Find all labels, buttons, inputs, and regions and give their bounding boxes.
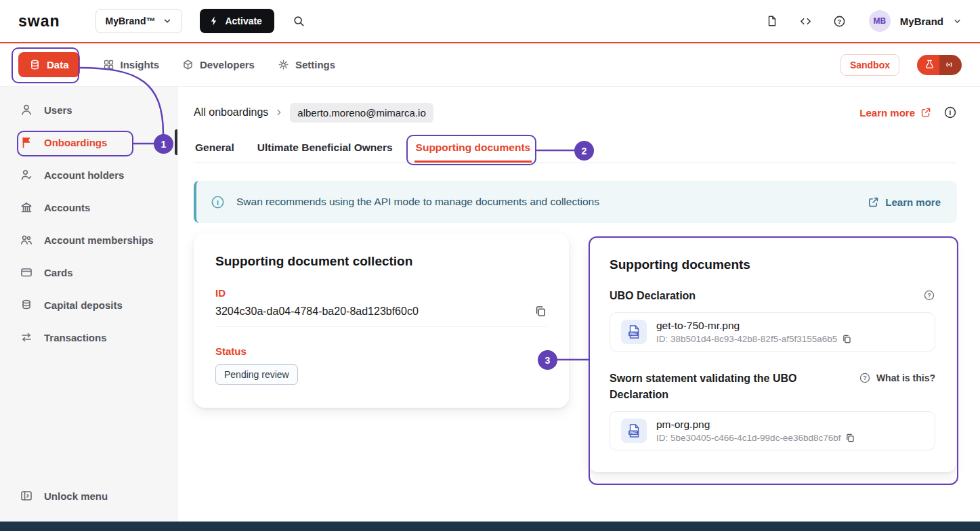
search-icon[interactable]: [289, 11, 310, 31]
help-icon[interactable]: ?: [830, 11, 850, 31]
nav-settings[interactable]: Settings: [278, 59, 335, 70]
sidebar-unlock-menu[interactable]: Unlock menu: [0, 480, 177, 512]
svg-text:?: ?: [863, 375, 866, 381]
activate-button[interactable]: Activate: [200, 9, 274, 33]
collection-id-value: 3204c30a-da04-4784-ba20-8ad123bf60c0: [215, 305, 419, 318]
nav-developers[interactable]: Developers: [182, 59, 255, 70]
svg-text:i: i: [217, 198, 219, 206]
sidebar: Users Onboardings Account holders Accoun…: [0, 87, 177, 522]
info-icon[interactable]: i: [943, 106, 957, 119]
nav-insights[interactable]: Insights: [103, 59, 160, 70]
annotation-step-3: 3: [538, 350, 557, 370]
file-id: ID: 38b501d4-8c93-42b8-82f5-af5f3155a6b5: [656, 334, 837, 344]
id-label: ID: [215, 287, 547, 299]
supporting-document-collection-card: Supporting document collection ID 3204c3…: [194, 234, 569, 408]
main-navbar: Data Insights Developers Settings Sandbo…: [0, 43, 980, 87]
cards-row: Supporting document collection ID 3204c3…: [194, 234, 957, 472]
png-file-icon: PNG: [621, 419, 647, 443]
account-name: MyBrand: [900, 16, 943, 27]
bolt-icon: [209, 16, 219, 26]
svg-text:?: ?: [927, 292, 931, 299]
banner-learn-more-label: Learn more: [885, 196, 941, 208]
chevron-down-icon[interactable]: [953, 17, 962, 26]
file-meta: get-to-750-mr.png ID: 38b501d4-8c93-42b8…: [656, 320, 852, 344]
external-link-icon: [868, 196, 879, 208]
sidebar-item-capital-deposits[interactable]: Capital deposits: [0, 289, 177, 321]
swan-logo: swan: [18, 12, 60, 30]
copy-icon[interactable]: [845, 433, 855, 443]
banner-learn-more-link[interactable]: Learn more: [868, 196, 941, 208]
content-area: Users Onboardings Account holders Accoun…: [0, 87, 980, 522]
sidebar-item-onboardings[interactable]: Onboardings: [0, 126, 177, 158]
sidebar-item-label: Account memberships: [44, 234, 154, 246]
sidebar-item-label: Cards: [44, 267, 73, 278]
file-name: pm-org.png: [656, 419, 855, 431]
nav-settings-label: Settings: [295, 59, 335, 70]
sidebar-item-label: Transactions: [44, 332, 107, 343]
help-icon[interactable]: ?: [923, 289, 935, 301]
svg-text:PNG: PNG: [630, 332, 637, 336]
sidebar-spacer: [0, 354, 177, 480]
help-icon: ?: [859, 372, 871, 384]
supporting-documents-card: Supporting documents UBO Declaration ? P…: [589, 239, 956, 472]
package-icon: [182, 59, 194, 70]
nav-insights-label: Insights: [121, 59, 160, 70]
sidebar-item-label: Account holders: [44, 169, 124, 181]
chevron-down-icon: [163, 16, 172, 26]
sidebar-item-label: Capital deposits: [44, 299, 123, 311]
nav-developers-label: Developers: [200, 59, 255, 70]
file-row[interactable]: PNG get-to-750-mr.png ID: 38b501d4-8c93-…: [610, 312, 935, 352]
card-title: Supporting documents: [610, 257, 935, 272]
nav-data-button[interactable]: Data: [18, 52, 80, 77]
api-recommendation-banner: i Swan recommends using the API mode to …: [194, 181, 957, 223]
document-section-label: UBO Declaration: [610, 288, 696, 304]
database-icon: [29, 59, 41, 70]
png-file-icon: PNG: [621, 320, 647, 344]
breadcrumb-root[interactable]: All onboardings: [194, 106, 268, 119]
app-window: swan MyBrand™ Activate ?: [0, 0, 980, 531]
file-id: ID: 5be30405-c466-4c1d-99dc-ee36bd8c76bf: [656, 433, 840, 443]
svg-text:PNG: PNG: [630, 431, 637, 435]
learn-more-label: Learn more: [859, 107, 915, 119]
sidebar-item-transactions[interactable]: Transactions: [0, 321, 177, 354]
breadcrumb-current: alberto.moreno@mimarca.io: [290, 103, 433, 123]
file-name: get-to-750-mr.png: [656, 320, 852, 332]
sidebar-item-cards[interactable]: Cards: [0, 256, 177, 289]
tab-general[interactable]: General: [194, 133, 236, 163]
svg-text:i: i: [950, 109, 952, 116]
card-title: Supporting document collection: [215, 254, 547, 269]
copy-icon[interactable]: [842, 334, 852, 344]
tab-supporting-documents[interactable]: Supporting documents: [414, 133, 532, 163]
external-link-icon: [920, 107, 931, 118]
sandbox-badge: Sandbox: [840, 54, 899, 76]
collection-id-row: 3204c30a-da04-4784-ba20-8ad123bf60c0: [215, 305, 547, 327]
code-icon[interactable]: [796, 11, 816, 31]
broadcast-icon: [939, 55, 962, 75]
status-label: Status: [215, 345, 547, 357]
what-is-this-label: What is this?: [876, 373, 935, 383]
sidebar-item-accounts[interactable]: Accounts: [0, 191, 177, 224]
breadcrumb-actions: Learn more i: [859, 106, 957, 119]
nav-data-label: Data: [47, 59, 69, 70]
sidebar-item-account-memberships[interactable]: Account memberships: [0, 224, 177, 256]
file-row[interactable]: PNG pm-org.png ID: 5be30405-c466-4c1d-99…: [610, 411, 935, 450]
environment-toggle[interactable]: [917, 55, 962, 75]
learn-more-link[interactable]: Learn more: [859, 107, 931, 119]
what-is-this-link[interactable]: ? What is this?: [859, 372, 935, 384]
sidebar-item-users[interactable]: Users: [0, 93, 177, 126]
tab-ultimate-beneficial-owners[interactable]: Ultimate Beneficial Owners: [256, 133, 394, 163]
topbar: swan MyBrand™ Activate ?: [0, 0, 980, 42]
avatar[interactable]: MB: [869, 10, 891, 32]
unlock-menu-label: Unlock menu: [44, 490, 108, 502]
sidebar-item-label: Onboardings: [44, 137, 107, 148]
status-badge: Pending review: [215, 364, 298, 385]
project-selector[interactable]: MyBrand™: [95, 9, 183, 33]
topbar-right: ? MB MyBrand: [762, 10, 962, 32]
document-section-header: Sworn statement validating the UBO Decla…: [610, 370, 935, 403]
sidebar-item-account-holders[interactable]: Account holders: [0, 158, 177, 191]
gear-icon: [278, 59, 289, 70]
copy-icon[interactable]: [534, 305, 547, 318]
docs-icon[interactable]: [762, 11, 782, 31]
navbar-right: Sandbox: [840, 54, 962, 76]
annotation-step-2: 2: [574, 141, 594, 161]
